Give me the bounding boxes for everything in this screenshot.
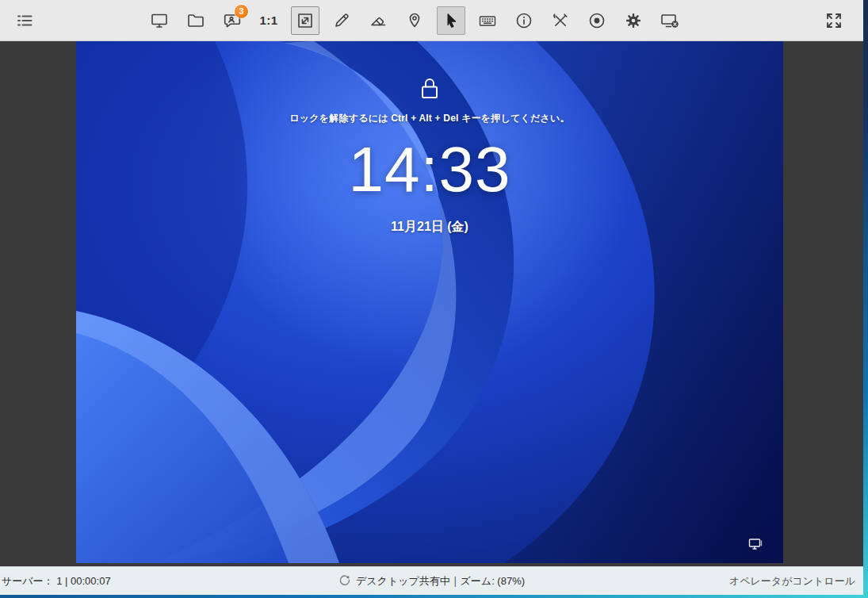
sharing-status-text: デスクトップ共有中｜ズーム: (87%) — [356, 574, 525, 588]
menu-list-icon — [15, 11, 34, 30]
chat-button[interactable]: 3 — [214, 2, 250, 39]
lock-screen-clock: 14:33 — [348, 138, 510, 201]
menu-button[interactable] — [6, 2, 43, 39]
record-icon — [587, 11, 606, 30]
keyboard-button[interactable] — [469, 2, 506, 39]
draw-pencil-button[interactable] — [323, 2, 360, 39]
remote-viewport: ロックを解除するには Ctrl + Alt + Del キーを押してください。 … — [0, 41, 863, 566]
info-icon — [514, 11, 533, 30]
refresh-icon — [338, 574, 350, 588]
cursor-mode-button[interactable] — [433, 2, 469, 39]
disconnect-monitor-icon — [660, 11, 680, 30]
keyboard-icon — [478, 11, 497, 30]
disconnect-button[interactable] — [652, 2, 688, 39]
settings-button[interactable] — [615, 2, 652, 39]
lock-screen-date: 11月21日 (金) — [391, 219, 468, 236]
remote-monitor-indicator-icon — [748, 538, 763, 554]
monitor-icon — [150, 11, 169, 30]
chat-unread-badge: 3 — [235, 5, 248, 18]
file-transfer-button[interactable] — [178, 2, 214, 39]
pencil-icon — [332, 11, 351, 30]
cursor-arrow-icon — [437, 6, 465, 35]
record-button[interactable] — [579, 2, 615, 39]
windows-lock-screen: ロックを解除するには Ctrl + Alt + Del キーを押してください。 … — [76, 41, 783, 563]
admin-tools-button[interactable] — [542, 2, 579, 39]
session-server-timer-text: サーバー： 1 | 00:00:07 — [2, 574, 111, 588]
remote-control-window: 3 1:1 — [0, 0, 863, 595]
lock-icon — [418, 76, 442, 105]
scale-1-1-button[interactable]: 1:1 — [250, 2, 287, 39]
desktop-stage: 3 1:1 — [0, 0, 868, 598]
toolbar: 3 1:1 — [0, 0, 863, 41]
unlock-instruction-text: ロックを解除するには Ctrl + Alt + Del キーを押してください。 — [289, 112, 569, 125]
monitor-select-button[interactable] — [141, 2, 178, 39]
map-pin-icon — [405, 11, 424, 30]
status-bar: サーバー： 1 | 00:00:07 デスクトップ共有中｜ズーム: (87%) … — [0, 566, 863, 595]
tools-icon — [551, 11, 570, 30]
info-button[interactable] — [506, 2, 542, 39]
eraser-button[interactable] — [360, 2, 396, 39]
sharing-status: デスクトップ共有中｜ズーム: (87%) — [338, 574, 525, 588]
eraser-icon — [369, 11, 388, 30]
folder-icon — [186, 11, 205, 30]
gear-icon — [624, 11, 643, 30]
fullscreen-button[interactable] — [816, 2, 852, 39]
remote-desktop-screen[interactable]: ロックを解除するには Ctrl + Alt + Del キーを押してください。 … — [76, 41, 783, 563]
fit-to-window-icon — [291, 6, 319, 35]
fit-to-window-button[interactable] — [287, 2, 323, 39]
scale-1-1-label: 1:1 — [259, 13, 277, 27]
pointer-marker-button[interactable] — [396, 2, 433, 39]
operator-control-text: オペレータがコントロール — [729, 574, 855, 588]
fullscreen-icon — [824, 11, 843, 30]
